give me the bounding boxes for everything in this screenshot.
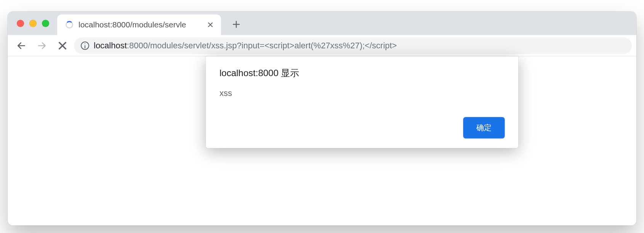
page-viewport: localhost:8000 显示 xss 确定 bbox=[8, 56, 636, 225]
browser-window: localhost:8000/modules/servle bbox=[8, 11, 636, 225]
minimize-window-button[interactable] bbox=[29, 20, 37, 27]
new-tab-button[interactable] bbox=[229, 17, 244, 32]
arrow-right-icon bbox=[37, 41, 47, 51]
tab-strip: localhost:8000/modules/servle bbox=[8, 11, 636, 35]
maximize-window-button[interactable] bbox=[42, 20, 49, 27]
url-text: localhost:8000/modules/servlet/xss.jsp?i… bbox=[94, 41, 397, 51]
close-window-button[interactable] bbox=[17, 20, 24, 27]
close-tab-button[interactable] bbox=[207, 21, 214, 29]
close-icon bbox=[207, 22, 213, 28]
url-host: localhost bbox=[94, 41, 127, 50]
alert-title: localhost:8000 显示 bbox=[219, 67, 505, 79]
site-info-icon[interactable] bbox=[81, 41, 89, 50]
forward-button[interactable] bbox=[33, 37, 51, 54]
window-controls bbox=[17, 20, 49, 27]
javascript-alert-dialog: localhost:8000 显示 xss 确定 bbox=[206, 56, 518, 148]
tab-title: localhost:8000/modules/servle bbox=[78, 20, 186, 29]
ok-button[interactable]: 确定 bbox=[463, 117, 505, 138]
toolbar: localhost:8000/modules/servlet/xss.jsp?i… bbox=[8, 35, 636, 56]
address-bar[interactable]: localhost:8000/modules/servlet/xss.jsp?i… bbox=[74, 37, 632, 54]
stop-button[interactable] bbox=[53, 37, 72, 54]
arrow-left-icon bbox=[16, 41, 26, 51]
close-icon bbox=[58, 41, 67, 50]
url-path: :8000/modules/servlet/xss.jsp?input=<scr… bbox=[127, 41, 397, 50]
browser-tab[interactable]: localhost:8000/modules/servle bbox=[57, 14, 221, 35]
back-button[interactable] bbox=[12, 37, 30, 54]
loading-spinner-icon bbox=[66, 21, 73, 29]
plus-icon bbox=[232, 21, 240, 28]
alert-actions: 确定 bbox=[219, 117, 505, 138]
alert-message: xss bbox=[219, 88, 505, 98]
